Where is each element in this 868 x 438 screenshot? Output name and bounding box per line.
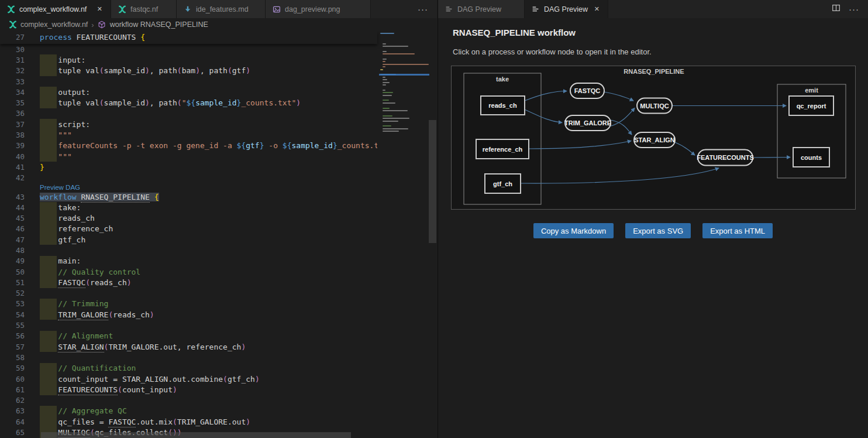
close-icon[interactable]: ✕ <box>95 5 104 13</box>
more-actions-icon[interactable]: ··· <box>418 6 428 12</box>
minimap[interactable] <box>379 31 429 438</box>
dag-node-gtf_ch[interactable]: gtf_ch <box>485 174 521 193</box>
minimap-line <box>383 79 387 80</box>
tab-label: ide_features.md <box>196 5 249 13</box>
line-text: """ <box>25 131 72 139</box>
code-line-41[interactable]: 41} <box>0 162 377 172</box>
tab-dag-preview[interactable]: DAG Preview <box>438 0 525 18</box>
dag-node-counts[interactable]: counts <box>793 148 829 167</box>
code-line-34[interactable]: 34 output: <box>0 87 377 97</box>
nextflow-icon <box>118 5 126 13</box>
tab-fastqc-nf[interactable]: fastqc.nf <box>111 0 177 18</box>
line-text: tuple val(sample_id), path(bam), path(gt… <box>25 66 250 75</box>
code-line-33[interactable]: 33 <box>0 76 377 87</box>
code-line-62[interactable]: 62 <box>0 395 377 406</box>
dag-edge-reads_ch-to-FASTQC <box>525 91 567 101</box>
line-number: 35 <box>0 98 25 107</box>
sticky-scroll-line[interactable]: 27process FEATURECOUNTS { <box>0 31 377 44</box>
code-line-55[interactable]: 55 <box>0 320 377 330</box>
code-line-61[interactable]: 61 FEATURECOUNTS(count_input) <box>0 384 377 395</box>
line-number: 32 <box>0 66 25 75</box>
line-text: featureCounts -p -t exon -g gene_id -a $… <box>25 141 377 150</box>
code-line-38[interactable]: 38 """ <box>0 129 377 140</box>
dag-node-FEATURECOUNTS[interactable]: FEATURECOUNTS <box>697 150 754 166</box>
breadcrumb-file[interactable]: complex_workflow.nf <box>20 20 88 29</box>
code-line-54[interactable]: 54 TRIM_GALORE(reads_ch) <box>0 309 377 320</box>
code-line-59[interactable]: 59 // Quantification <box>0 363 377 374</box>
code-line-53[interactable]: 53 // Trimming <box>0 299 377 309</box>
dag-node-TRIM_GALORE[interactable]: TRIM_GALORE <box>564 115 611 131</box>
line-number: 61 <box>0 385 25 394</box>
code-line-52[interactable]: 52 <box>0 288 377 299</box>
tab-label: complex_workflow.nf <box>19 5 87 13</box>
editor-tab-bar: complex_workflow.nf✕fastqc.nfide_feature… <box>0 0 437 18</box>
line-text: process FEATURECOUNTS { <box>25 33 145 42</box>
dag-title: RNASEQ_PIPELINE <box>624 68 684 75</box>
horizontal-scrollbar[interactable] <box>41 432 351 438</box>
code-line-45[interactable]: 45 reads_ch <box>0 213 377 223</box>
minimap-line <box>383 66 385 67</box>
code-line-27[interactable]: 27process FEATURECOUNTS { <box>0 31 377 43</box>
codelens-preview-dag[interactable]: Preview DAG <box>0 183 377 191</box>
code-line-58[interactable]: 58 <box>0 352 377 362</box>
code-line-60[interactable]: 60 count_input = STAR_ALIGN.out.combine(… <box>0 374 377 384</box>
code-line-51[interactable]: 51 FASTQC(reads_ch) <box>0 277 377 288</box>
line-number: 60 <box>0 375 25 384</box>
line-number: 58 <box>0 353 25 362</box>
line-number: 54 <box>0 310 25 319</box>
code-line-30[interactable]: 30 <box>0 44 377 54</box>
code-line-56[interactable]: 56 // Alignment <box>0 331 377 341</box>
dag-node-reads_ch[interactable]: reads_ch <box>481 96 525 115</box>
dag-node-FASTQC[interactable]: FASTQC <box>570 83 604 98</box>
code-line-31[interactable]: 31 input: <box>0 54 377 65</box>
code-line-39[interactable]: 39 featureCounts -p -t exon -g gene_id -… <box>0 141 377 151</box>
dag-node-MULTIQC[interactable]: MULTIQC <box>637 98 672 114</box>
code-editor[interactable]: 27process FEATURECOUNTS { 3031 input:32 … <box>0 31 437 438</box>
dag-node-reference_ch[interactable]: reference_ch <box>476 139 529 159</box>
svg-text:reference_ch: reference_ch <box>483 146 523 153</box>
code-line-35[interactable]: 35 tuple val(sample_id), path("${sample_… <box>0 97 377 108</box>
split-editor-icon[interactable] <box>832 4 841 15</box>
code-line-49[interactable]: 49 main: <box>0 256 377 266</box>
dag-node-qc_report[interactable]: qc_report <box>789 96 833 115</box>
export-as-html-button[interactable]: Export as HTML <box>702 223 773 238</box>
tab-dag-preview[interactable]: DAG Preview✕ <box>525 0 608 18</box>
line-number: 27 <box>0 33 25 42</box>
minimap-line <box>380 69 383 70</box>
code-line-57[interactable]: 57 STAR_ALIGN(TRIM_GALORE.out, reference… <box>0 341 377 352</box>
minimap-line <box>383 102 395 104</box>
line-number: 45 <box>0 214 25 223</box>
code-line-42[interactable]: 42 <box>0 173 377 183</box>
code-line-63[interactable]: 63 // Aggregate QC <box>0 406 377 416</box>
code-line-64[interactable]: 64 qc_files = FASTQC.out.mix(TRIM_GALORE… <box>0 416 377 427</box>
code-line-32[interactable]: 32 tuple val(sample_id), path(bam), path… <box>0 66 377 76</box>
code-line-50[interactable]: 50 // Quality control <box>0 266 377 277</box>
dag-edge-reads_ch-to-TRIM_GALORE <box>525 110 562 123</box>
code-line-47[interactable]: 47 gtf_ch <box>0 234 377 245</box>
code-line-44[interactable]: 44 take: <box>0 202 377 213</box>
export-buttons-row: Copy as MarkdownExport as SVGExport as H… <box>438 223 868 238</box>
line-number: 43 <box>0 193 25 201</box>
close-icon[interactable]: ✕ <box>593 5 601 13</box>
line-text: count_input = STAR_ALIGN.out.combine(gtf… <box>25 375 260 384</box>
tab-ide-features-md[interactable]: ide_features.md <box>177 0 266 18</box>
code-line-48[interactable]: 48 <box>0 245 377 255</box>
breadcrumb[interactable]: complex_workflow.nf › workflow RNASEQ_PI… <box>0 18 437 31</box>
tab-dag-preview-png[interactable]: dag_preview.png <box>266 0 371 18</box>
export-as-svg-button[interactable]: Export as SVG <box>625 223 691 238</box>
line-number: 40 <box>0 152 25 161</box>
tab-complex-workflow-nf[interactable]: complex_workflow.nf✕ <box>0 0 111 18</box>
dag-node-STAR_ALIGN[interactable]: STAR_ALIGN <box>634 132 675 148</box>
breadcrumb-symbol[interactable]: workflow RNASEQ_PIPELINE <box>110 20 208 29</box>
code-line-36[interactable]: 36 <box>0 108 377 119</box>
vertical-scrollbar[interactable] <box>429 120 436 243</box>
nextflow-icon <box>6 5 15 13</box>
more-actions-icon[interactable]: ··· <box>849 6 859 12</box>
code-line-40[interactable]: 40 """ <box>0 151 377 162</box>
code-line-46[interactable]: 46 reference_ch <box>0 224 377 234</box>
code-line-43[interactable]: 43workflow RNASEQ_PIPELINE { <box>0 191 377 202</box>
line-text: STAR_ALIGN(TRIM_GALORE.out, reference_ch… <box>25 343 246 351</box>
code-line-37[interactable]: 37 script: <box>0 119 377 129</box>
dag-preview-panel: DAG PreviewDAG Preview✕··· RNASEQ_PIPELI… <box>438 0 868 438</box>
copy-as-markdown-button[interactable]: Copy as Markdown <box>533 223 614 238</box>
